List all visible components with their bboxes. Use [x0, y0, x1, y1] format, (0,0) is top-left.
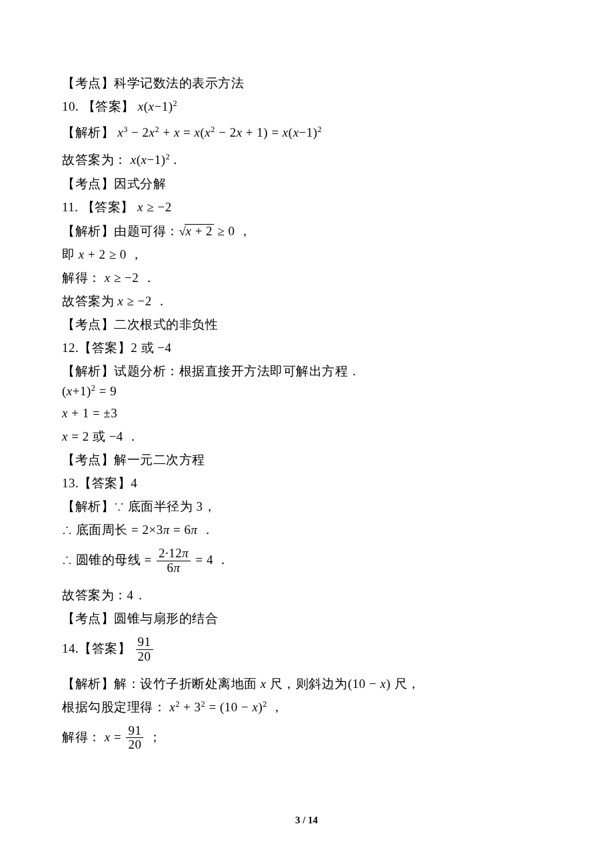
page-number: 3 / 14: [0, 815, 613, 826]
text: 尺，: [390, 677, 420, 691]
math-expr: x2 + 32 = (10 − x)2: [169, 700, 267, 714]
math-expr: = 2×3π = 6π: [128, 523, 198, 537]
step-line: ∴ 底面周长 = 2×3π = 6π ．: [62, 523, 613, 536]
step-line: 根据勾股定理得： x2 + 32 = (10 − x)2 ，: [62, 701, 613, 713]
analysis-line-11: 【解析】由题可得：√x + 2 ≥ 0 ，: [62, 224, 613, 237]
text: 【考点】因式分解: [62, 177, 166, 191]
analysis-line-10: 【解析】 x3 − 2x2 + x = x(x2 − 2x + 1) = x(x…: [62, 126, 613, 139]
conclusion-line-11: 故答案为 x ≥ −2 ．: [62, 295, 613, 307]
math-expr: x ≥ −2: [137, 200, 172, 214]
answer-line-10: 10. 【答案】 x(x−1)2: [62, 100, 613, 113]
analysis-line-14: 【解析】解：设竹子折断处离地面 x 尺，则斜边为(10 − x) 尺，: [62, 677, 613, 690]
result-line: x = 2 或 −4 ．: [62, 430, 613, 443]
math-expr: x + 1 = ±3: [62, 406, 117, 420]
label: 14.【答案】: [62, 641, 135, 655]
math-var: x: [261, 677, 267, 691]
label: 【解析】由题可得：: [62, 224, 179, 238]
analysis-line-12: 【解析】试题分析：根据直接开方法即可解出方程．: [62, 365, 613, 377]
punct: ．: [197, 523, 214, 537]
text-line: 【考点】科学记数法的表示方法: [62, 77, 613, 89]
math-var: x: [105, 729, 111, 743]
text: 故答案为：4．: [62, 588, 147, 602]
label: 故答案为: [62, 294, 117, 308]
answer-line-13: 13.【答案】4: [62, 477, 613, 489]
topic-line: 【考点】圆锥与扇形的结合: [62, 612, 613, 625]
footer-text: 3 / 14: [295, 815, 318, 825]
math-expr: x ≥ −2: [117, 294, 152, 308]
math-expr: x + 2 ≥ 0: [79, 247, 127, 261]
answer-line-12: 12.【答案】2 或 −4: [62, 341, 613, 354]
topic-line: 【考点】二次根式的非负性: [62, 318, 613, 331]
analysis-line-13: 【解析】∵ 底面半径为 3，: [62, 500, 613, 513]
equation-line: (x+1)2 = 9: [62, 385, 613, 397]
math-expr: (x+1)2 = 9: [62, 384, 117, 398]
math-expr: x(x−1)2: [131, 153, 170, 167]
label: 解得：: [62, 271, 105, 285]
label: 【解析】解：设竹子折断处离地面: [62, 677, 261, 691]
topic-line: 【考点】因式分解: [62, 177, 613, 190]
label: 【解析】: [62, 125, 117, 139]
result-line: 解得： x = 9120 ；: [62, 724, 613, 753]
math-expr: −4: [109, 429, 123, 443]
math-expr: x = 2: [62, 429, 89, 443]
conclusion-line-13: 故答案为：4．: [62, 589, 613, 601]
text: 尺，则斜边为: [267, 677, 348, 691]
conclusion-line-10: 故答案为： x(x−1)2 .: [62, 153, 613, 166]
punct: ．: [123, 429, 140, 443]
document-page: 【考点】科学记数法的表示方法 10. 【答案】 x(x−1)2 【解析】 x3 …: [0, 0, 613, 868]
text: 13.【答案】4: [62, 476, 137, 490]
answer-line-14: 14.【答案】 9120: [62, 635, 613, 664]
text: 【考点】解一元二次方程: [62, 453, 205, 467]
fraction: 2·12π6π: [157, 547, 191, 575]
label: ∴ 圆锥的母线 =: [62, 553, 155, 567]
step-line: 即 x + 2 ≥ 0 ，: [62, 248, 613, 261]
label: ∴ 底面周长: [62, 523, 128, 537]
punct: .: [170, 153, 177, 167]
math-expr: = 4 ．: [192, 553, 229, 567]
label: 即: [62, 247, 79, 261]
math-expr: ≥ 0 ，: [214, 224, 251, 238]
text: 【考点】二次根式的非负性: [62, 317, 218, 331]
sqrt-icon: √x + 2: [179, 224, 215, 237]
math-expr: 2 或 −4: [131, 341, 171, 355]
topic-line: 【考点】解一元二次方程: [62, 453, 613, 466]
fraction: 9120: [126, 724, 143, 753]
text: 【解析】试题分析：根据直接开方法即可解出方程．: [62, 364, 361, 378]
punct: ．: [139, 271, 155, 285]
math-expr: x ≥ −2: [105, 271, 139, 285]
punct: ，: [267, 700, 284, 714]
label: 12.【答案】: [62, 341, 131, 355]
math-expr: x(x−1)2: [138, 99, 177, 113]
label: 故答案为：: [62, 153, 131, 167]
math-expr: x3 − 2x2 + x = x(x2 − 2x + 1) = x(x−1)2: [117, 125, 322, 139]
label: 10. 【答案】: [62, 99, 138, 113]
text: 【考点】科学记数法的表示方法: [62, 76, 244, 90]
text: 【考点】圆锥与扇形的结合: [62, 611, 218, 625]
label: 11. 【答案】: [62, 200, 137, 214]
fraction: 9120: [136, 635, 153, 664]
math-expr: (10 − x): [348, 677, 390, 691]
label: 据勾股定理得：: [75, 700, 170, 714]
step-line: ∴ 圆锥的母线 = 2·12π6π = 4 ．: [62, 547, 613, 575]
punct: ．: [152, 294, 169, 308]
answer-line-11: 11. 【答案】 x ≥ −2: [62, 201, 613, 213]
punct: ；: [145, 729, 161, 743]
punct: ，: [127, 247, 143, 261]
result-line: 解得： x ≥ −2 ．: [62, 271, 613, 284]
label: 解得：: [62, 729, 105, 743]
text: 【解析】∵ 底面半径为 3，: [62, 499, 216, 513]
equation-line: x + 1 = ±3: [62, 407, 613, 419]
